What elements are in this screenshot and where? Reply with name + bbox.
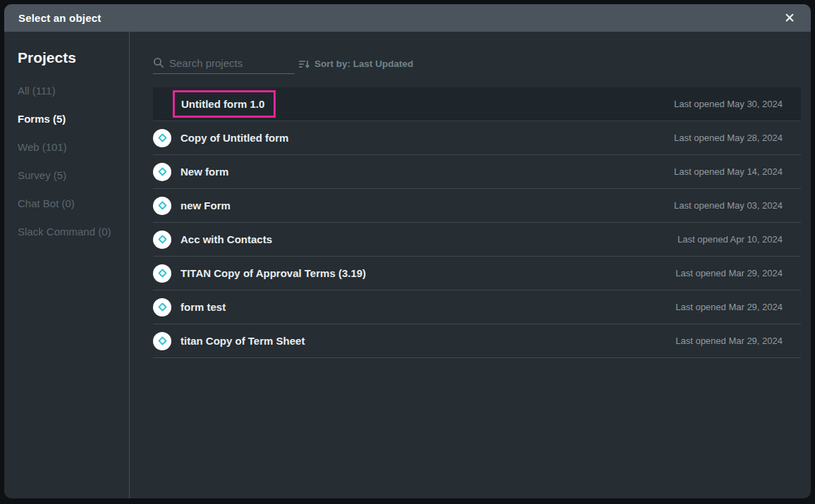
form-icon bbox=[153, 332, 171, 350]
search-icon bbox=[153, 57, 164, 68]
list-item[interactable]: New form Last opened May 14, 2024 bbox=[153, 155, 801, 189]
sidebar-item-survey[interactable]: Survey (5) bbox=[18, 169, 122, 181]
list-item[interactable]: new Form Last opened May 03, 2024 bbox=[153, 189, 801, 223]
project-name: Acc with Contacts bbox=[180, 233, 272, 245]
toolbar: Sort by: Last Updated bbox=[153, 54, 801, 74]
last-opened-date: Last opened Mar 29, 2024 bbox=[675, 336, 801, 346]
modal-title: Select an object bbox=[18, 12, 101, 24]
project-name: new Form bbox=[180, 199, 231, 211]
project-name: form test bbox=[180, 301, 226, 313]
form-icon bbox=[153, 231, 171, 249]
sort-control[interactable]: Sort by: Last Updated bbox=[298, 59, 413, 69]
sidebar-item-all[interactable]: All (111) bbox=[18, 85, 122, 97]
search-input[interactable] bbox=[169, 57, 295, 69]
sidebar-item-chat-bot[interactable]: Chat Bot (0) bbox=[18, 197, 122, 209]
project-name: TITAN Copy of Approval Terms (3.19) bbox=[180, 267, 366, 279]
sort-label: Sort by: Last Updated bbox=[314, 59, 413, 69]
close-icon[interactable]: ✕ bbox=[780, 10, 799, 26]
project-list: Untitled form 1.0 Last opened May 30, 20… bbox=[153, 87, 801, 358]
form-icon bbox=[153, 163, 171, 181]
last-opened-date: Last opened May 28, 2024 bbox=[674, 133, 801, 143]
sidebar-item-web[interactable]: Web (101) bbox=[18, 141, 122, 153]
last-opened-date: Last opened Apr 10, 2024 bbox=[678, 234, 801, 245]
form-icon bbox=[153, 264, 171, 283]
project-name: Untitled form 1.0 bbox=[181, 98, 264, 110]
modal-header: Select an object ✕ bbox=[4, 4, 811, 32]
list-item[interactable]: Untitled form 1.0 Last opened May 30, 20… bbox=[153, 87, 801, 121]
sidebar-item-slack-command[interactable]: Slack Command (0) bbox=[18, 226, 122, 238]
form-icon bbox=[153, 129, 171, 147]
list-item[interactable]: Acc with Contacts Last opened Apr 10, 20… bbox=[153, 223, 801, 257]
last-opened-date: Last opened May 03, 2024 bbox=[674, 200, 801, 211]
select-object-modal: Select an object ✕ Projects All (111) Fo… bbox=[4, 4, 811, 498]
form-icon bbox=[153, 197, 171, 215]
search-box bbox=[153, 54, 295, 74]
sidebar-heading: Projects bbox=[18, 49, 122, 66]
list-item[interactable]: TITAN Copy of Approval Terms (3.19) Last… bbox=[153, 257, 801, 290]
main-panel: Sort by: Last Updated Untitled form 1.0 … bbox=[130, 32, 811, 498]
last-opened-date: Last opened May 14, 2024 bbox=[674, 166, 801, 177]
form-icon bbox=[153, 298, 171, 316]
annotation-highlight-box: Untitled form 1.0 bbox=[173, 90, 276, 118]
project-name: Copy of Untitled form bbox=[180, 132, 288, 144]
list-item[interactable]: Copy of Untitled form Last opened May 28… bbox=[153, 121, 801, 155]
project-name: New form bbox=[180, 166, 228, 178]
projects-sidebar: Projects All (111) Forms (5) Web (101) S… bbox=[4, 32, 130, 498]
last-opened-date: Last opened May 30, 2024 bbox=[674, 99, 801, 109]
modal-body: Projects All (111) Forms (5) Web (101) S… bbox=[4, 32, 811, 498]
last-opened-date: Last opened Mar 29, 2024 bbox=[675, 268, 801, 278]
list-item[interactable]: titan Copy of Term Sheet Last opened Mar… bbox=[153, 324, 801, 358]
sort-descending-icon bbox=[298, 59, 310, 69]
project-name: titan Copy of Term Sheet bbox=[180, 335, 305, 347]
list-item[interactable]: form test Last opened Mar 29, 2024 bbox=[153, 290, 801, 324]
last-opened-date: Last opened Mar 29, 2024 bbox=[675, 302, 801, 312]
sidebar-item-forms[interactable]: Forms (5) bbox=[18, 113, 122, 125]
